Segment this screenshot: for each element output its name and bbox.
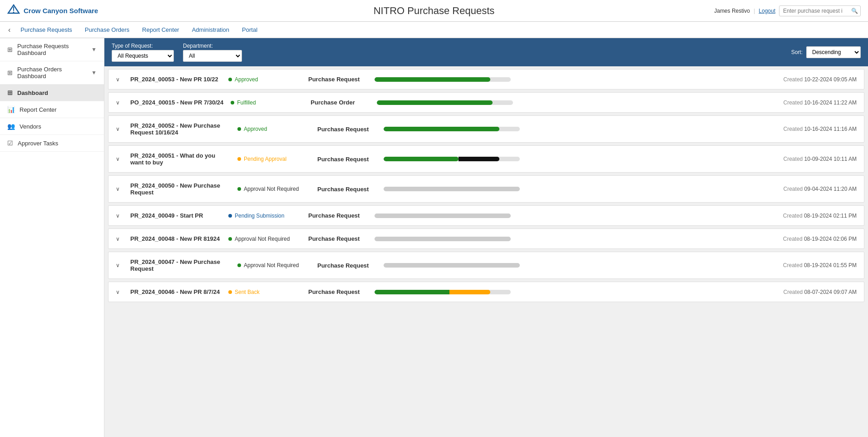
logout-link[interactable]: Logout [759, 8, 775, 14]
created-date: 10-09-2024 10:11 AM [804, 156, 857, 162]
nav-item-purchase-requests[interactable]: Purchase Requests [15, 24, 77, 36]
status-dot [237, 187, 241, 191]
request-row: ∨ PR_2024_00053 - New PR 10/22 Approved … [108, 69, 864, 89]
row-type: Purchase Request [317, 126, 376, 133]
row-status: Sent Back [228, 289, 301, 295]
nav-item-portal[interactable]: Portal [237, 24, 263, 36]
progress-bar [375, 214, 511, 218]
grid-icon-dash: ⊞ [7, 89, 13, 96]
row-type: Purchase Request [308, 235, 367, 242]
status-text: Approval Not Required [235, 236, 290, 242]
row-title: PO_2024_00015 - New PR 7/30/24 [130, 99, 223, 106]
request-row: ∨ PR_2024_00046 - New PR 8/7/24 Sent Bac… [108, 282, 864, 302]
row-expand-icon[interactable]: ∨ [116, 186, 123, 192]
row-status: Approval Not Required [237, 186, 310, 192]
expand-icon-prd: ▼ [91, 46, 97, 53]
request-row: ∨ PR_2024_00052 - New Purchase Request 1… [108, 115, 864, 143]
progress-bar-container [384, 157, 768, 161]
row-expand-icon[interactable]: ∨ [116, 262, 123, 268]
sidebar-item-purchase-orders-dashboard[interactable]: ⊞ Purchase Orders Dashboard ▼ [0, 61, 104, 84]
sidebar-label-pod: Purchase Orders Dashboard [17, 66, 91, 79]
dept-filter-group: Department: All IT Finance HR Operations [183, 43, 242, 62]
row-expand-icon[interactable]: ∨ [116, 289, 123, 295]
created-label: Created [783, 213, 803, 219]
progress-bar [384, 187, 520, 191]
status-dot [228, 214, 232, 218]
row-expand-icon[interactable]: ∨ [116, 156, 123, 162]
row-type: Purchase Request [317, 262, 376, 269]
row-status: Fulfilled [231, 99, 303, 106]
progress-bar-container [377, 100, 768, 105]
row-status: Approval Not Required [228, 236, 301, 242]
row-type: Purchase Request [317, 186, 376, 193]
request-row: ∨ PR_2024_00048 - New PR 81924 Approval … [108, 228, 864, 249]
progress-bar-container [375, 237, 768, 241]
nav-item-report-center[interactable]: Report Center [137, 24, 185, 36]
check-icon: ☑ [7, 139, 13, 147]
row-created: Created 08-19-2024 01:55 PM [775, 262, 857, 268]
created-date: 08-19-2024 01:55 PM [804, 262, 857, 268]
request-row: ∨ PO_2024_00015 - New PR 7/30/24 Fulfill… [108, 92, 864, 113]
request-row: ∨ PR_2024_00047 - New Purchase Request A… [108, 252, 864, 279]
sidebar-item-approver-tasks[interactable]: ☑ Approver Tasks [0, 135, 104, 152]
row-expand-icon[interactable]: ∨ [116, 126, 123, 132]
progress-bar-container [375, 77, 768, 82]
request-row: ∨ PR_2024_00051 - What do you want to bu… [108, 145, 864, 173]
row-created: Created 10-09-2024 10:11 AM [775, 156, 857, 162]
row-expand-icon[interactable]: ∨ [116, 99, 123, 106]
row-status: Pending Submission [228, 213, 301, 219]
grid-icon-pod: ⊞ [7, 69, 13, 76]
sidebar-item-dashboard[interactable]: ⊞ Dashboard [0, 84, 104, 101]
sort-group: Sort: Descending Ascending [791, 46, 861, 58]
search-input[interactable] [779, 5, 861, 16]
row-created: Created 10-16-2024 11:22 AM [775, 99, 857, 106]
filter-bar: Type of Request: All Requests Purchase R… [104, 38, 868, 66]
created-label: Created [784, 99, 803, 106]
created-label: Created [784, 186, 803, 192]
status-text: Sent Back [235, 289, 260, 295]
top-right-area: James Restivo | Logout 🔍 [714, 5, 861, 16]
row-expand-icon[interactable]: ∨ [116, 213, 123, 219]
sort-select[interactable]: Descending Ascending [806, 46, 861, 58]
status-dot [228, 78, 232, 81]
sort-label: Sort: [791, 49, 803, 55]
progress-bar-container [384, 127, 768, 131]
type-filter-select[interactable]: All Requests Purchase Request Purchase O… [112, 50, 174, 62]
row-status: Approved [237, 126, 310, 132]
row-expand-icon[interactable]: ∨ [116, 236, 123, 242]
status-text: Approved [235, 76, 258, 83]
status-dot [237, 263, 241, 267]
back-button[interactable]: ‹ [5, 26, 13, 34]
logo-text: Crow Canyon Software [24, 7, 98, 15]
type-filter-group: Type of Request: All Requests Purchase R… [112, 43, 174, 62]
status-text: Fulfilled [237, 99, 256, 106]
row-status: Pending Approval [237, 156, 310, 162]
row-created: Created 08-07-2024 09:07 AM [775, 289, 857, 295]
sidebar-item-vendors[interactable]: 👥 Vendors [0, 118, 104, 135]
progress-bar [375, 77, 511, 82]
status-dot [237, 157, 241, 161]
row-title: PR_2024_00050 - New Purchase Request [130, 182, 230, 196]
nav-bar: ‹ Purchase Requests Purchase Orders Repo… [0, 22, 868, 38]
row-title: PR_2024_00052 - New Purchase Request 10/… [130, 122, 230, 136]
sidebar-label-dash: Dashboard [17, 89, 48, 96]
nav-item-administration[interactable]: Administration [187, 24, 235, 36]
sidebar-label-prd: Purchase Requests Dashboard [17, 43, 91, 56]
created-label: Created [784, 289, 803, 295]
main-layout: ⊞ Purchase Requests Dashboard ▼ ⊞ Purcha… [0, 38, 868, 437]
row-expand-icon[interactable]: ∨ [116, 76, 123, 83]
sidebar-label-at: Approver Tasks [18, 140, 58, 147]
separator: | [754, 7, 755, 14]
row-type: Purchase Order [311, 99, 370, 106]
row-title: PR_2024_00048 - New PR 81924 [130, 235, 221, 242]
row-created: Created 10-16-2024 11:16 AM [775, 126, 857, 132]
dept-filter-select[interactable]: All IT Finance HR Operations [183, 50, 242, 62]
sidebar-item-purchase-requests-dashboard[interactable]: ⊞ Purchase Requests Dashboard ▼ [0, 38, 104, 61]
request-row: ∨ PR_2024_00049 - Start PR Pending Submi… [108, 205, 864, 226]
status-dot [237, 127, 241, 131]
progress-bar-container [375, 214, 768, 218]
nav-item-purchase-orders[interactable]: Purchase Orders [79, 24, 135, 36]
status-dot [228, 290, 232, 294]
sidebar-item-report-center[interactable]: 📊 Report Center [0, 101, 104, 118]
row-title: PR_2024_00047 - New Purchase Request [130, 258, 230, 272]
